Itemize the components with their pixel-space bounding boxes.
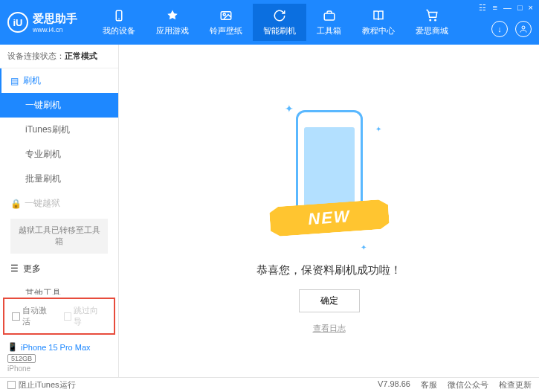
refresh-icon	[272, 8, 287, 23]
nav-toolbox[interactable]: 工具箱	[306, 4, 352, 41]
main-nav: 我的设备 应用游戏 铃声壁纸 智能刷机 工具箱 教程中心 爱思商城	[92, 4, 532, 41]
svg-point-7	[522, 26, 525, 29]
footer-link-update[interactable]: 检查更新	[499, 379, 532, 391]
device-model: iPhone	[7, 364, 111, 373]
footer: 阻止iTunes运行 V7.98.66 客服 微信公众号 检查更新	[0, 377, 539, 392]
device-status: 设备连接状态：正常模式	[0, 45, 118, 68]
section-jailbreak: 🔒 一键越狱	[0, 191, 118, 216]
sidebar-item-other-tools[interactable]: 其他工具	[0, 281, 118, 295]
close-icon[interactable]: ×	[529, 3, 533, 13]
app-url: www.i4.cn	[33, 26, 77, 33]
main-content: ✦ ✦ ✦ NEW 恭喜您，保资料刷机成功啦！ 确定 查看日志	[119, 45, 539, 377]
nav-store[interactable]: 爱思商城	[405, 4, 459, 41]
ok-button[interactable]: 确定	[299, 289, 360, 312]
sidebar: 设备连接状态：正常模式 ▤ 刷机 一键刷机 iTunes刷机 专业刷机 批量刷机…	[0, 45, 119, 377]
sidebar-item-pro-flash[interactable]: 专业刷机	[0, 142, 118, 167]
options-highlight: 自动激活 跳过向导	[3, 298, 115, 335]
maximize-icon[interactable]: □	[517, 3, 523, 13]
svg-rect-4	[324, 13, 335, 20]
logo-icon: iU	[7, 12, 28, 33]
device-info: 📱 iPhone 15 Pro Max 512GB iPhone	[0, 338, 118, 377]
menu-icon[interactable]: ≡	[492, 3, 497, 13]
phone-icon	[112, 8, 126, 23]
list-icon: ▤	[10, 76, 19, 86]
logo: iU 爱思助手 www.i4.cn	[7, 12, 77, 33]
sidebar-item-batch-flash[interactable]: 批量刷机	[0, 167, 118, 191]
footer-link-support[interactable]: 客服	[421, 379, 437, 391]
jailbreak-note: 越狱工具已转移至工具箱	[10, 219, 108, 254]
user-button[interactable]	[515, 21, 532, 37]
book-icon	[371, 8, 386, 23]
version-label: V7.98.66	[378, 379, 410, 391]
cart-icon	[425, 8, 439, 23]
toolbox-icon	[322, 8, 337, 23]
device-name[interactable]: 📱 iPhone 15 Pro Max	[7, 342, 111, 352]
new-banner: NEW	[268, 199, 389, 237]
nav-tutorials[interactable]: 教程中心	[352, 4, 405, 41]
lock-icon: 🔒	[10, 199, 22, 209]
footer-link-wechat[interactable]: 微信公众号	[448, 379, 488, 391]
nav-smart-flash[interactable]: 智能刷机	[253, 4, 306, 41]
block-itunes-checkbox[interactable]: 阻止iTunes运行	[7, 379, 76, 391]
more-icon: ☰	[10, 263, 19, 274]
skin-icon[interactable]: ☷	[479, 3, 486, 13]
sidebar-item-oneclick-flash[interactable]: 一键刷机	[0, 93, 118, 118]
app-header: iU 爱思助手 www.i4.cn 我的设备 应用游戏 铃声壁纸 智能刷机 工具…	[0, 0, 539, 45]
nav-apps-games[interactable]: 应用游戏	[146, 4, 199, 41]
svg-point-6	[435, 19, 436, 21]
auto-activate-checkbox[interactable]: 自动激活	[12, 305, 55, 327]
success-message: 恭喜您，保资料刷机成功啦！	[256, 263, 401, 277]
nav-my-device[interactable]: 我的设备	[92, 4, 146, 41]
sidebar-item-itunes-flash[interactable]: iTunes刷机	[0, 118, 118, 142]
image-icon	[219, 8, 233, 23]
skip-guide-checkbox[interactable]: 跳过向导	[64, 305, 107, 327]
apps-icon	[165, 8, 180, 23]
view-log-link[interactable]: 查看日志	[313, 323, 346, 334]
phone-icon: 📱	[7, 342, 18, 352]
section-flash[interactable]: ▤ 刷机	[0, 68, 118, 93]
section-more[interactable]: ☰ 更多	[0, 257, 118, 281]
success-illustration: ✦ ✦ ✦ NEW	[285, 103, 374, 251]
nav-ringtones[interactable]: 铃声壁纸	[199, 4, 253, 41]
svg-point-3	[223, 13, 225, 16]
window-controls: ☷ ≡ — □ ×	[479, 3, 533, 13]
minimize-icon[interactable]: —	[503, 3, 511, 13]
device-capacity: 512GB	[7, 354, 36, 363]
download-button[interactable]: ↓	[491, 21, 508, 37]
app-title: 爱思助手	[33, 12, 77, 26]
svg-point-5	[430, 19, 431, 21]
